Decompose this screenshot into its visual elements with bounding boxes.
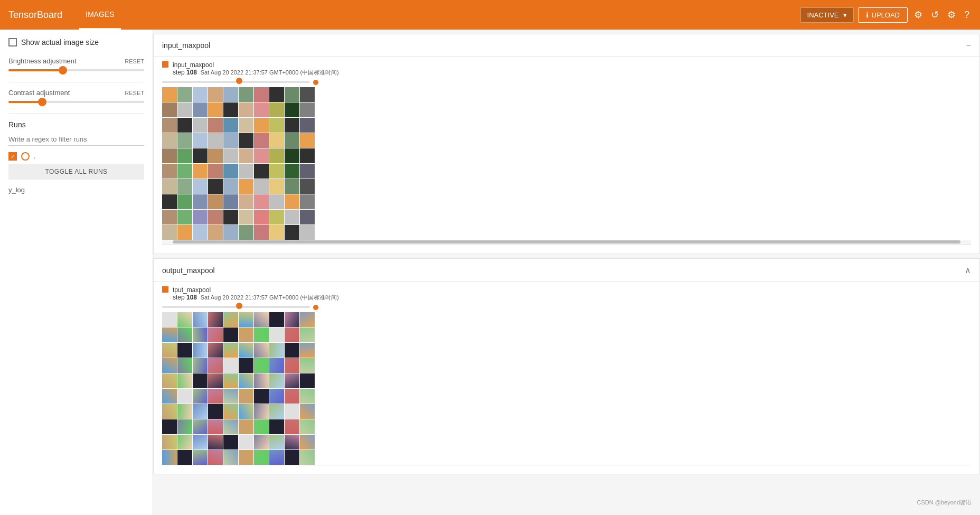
output-step-slider-track[interactable] [162, 306, 310, 308]
output-maxpool-collapse-button[interactable]: ∧ [965, 265, 971, 275]
output-grid-cell [300, 435, 315, 450]
brightness-slider-track[interactable] [8, 69, 144, 71]
grid-cell [300, 164, 315, 179]
grid-cell [193, 133, 208, 148]
grid-cell [239, 179, 253, 194]
grid-cell [193, 194, 208, 209]
grid-cell [285, 118, 299, 133]
output-grid-cell [239, 373, 253, 388]
grid-cell [239, 87, 253, 102]
step-slider-thumb[interactable] [236, 78, 242, 84]
status-dropdown[interactable]: INACTIVE ▾ [800, 7, 854, 23]
refresh-icon-button[interactable]: ↺ [929, 7, 941, 23]
run-circle[interactable] [21, 152, 30, 161]
settings-icon-button[interactable]: ⚙ [912, 7, 925, 23]
grid-cell [162, 225, 177, 240]
main-layout: Show actual image size Brightness adjust… [0, 30, 980, 515]
upload-label: UPLOAD [872, 11, 900, 19]
grid-cell [208, 102, 223, 117]
output-grid-cell [239, 312, 253, 327]
contrast-slider-track[interactable] [8, 101, 144, 103]
output-grid-cell [208, 373, 223, 388]
grid-cell [193, 164, 208, 179]
grid-cell [162, 148, 177, 163]
grid-cell [254, 148, 269, 163]
output-grid-cell [269, 404, 284, 419]
output-grid-cell [162, 373, 177, 388]
grid-cell [300, 87, 315, 102]
output-grid-cell [254, 312, 269, 327]
output-grid-cell [162, 404, 177, 419]
output-grid-cell [269, 312, 284, 327]
grid-cell [239, 118, 253, 133]
grid-cell [269, 164, 284, 179]
brightness-section: Brightness adjustment RESET [8, 57, 144, 71]
output-grid-cell [162, 435, 177, 450]
upload-button[interactable]: ℹ UPLOAD [858, 7, 908, 23]
output-grid-cell [208, 389, 223, 404]
contrast-reset-button[interactable]: RESET [125, 90, 144, 96]
step-slider-row [162, 79, 971, 85]
grid-cell [177, 164, 192, 179]
grid-cell [269, 118, 284, 133]
output-grid-cell [177, 373, 192, 388]
run-checkbox[interactable]: ✓ [8, 152, 17, 161]
output-grid-cell [208, 358, 223, 373]
nav-images[interactable]: IMAGES [79, 1, 120, 30]
grid-cell [239, 133, 253, 148]
grid-cell [239, 164, 253, 179]
regex-filter-input[interactable] [8, 133, 144, 146]
input-scrollbar-track[interactable] [162, 240, 971, 245]
config-icon-button[interactable]: ⚙ [945, 7, 958, 23]
output-grid-cell [208, 312, 223, 327]
grid-cell [239, 194, 253, 209]
grid-cell [162, 179, 177, 194]
red-square-indicator [162, 61, 168, 68]
grid-cell [162, 194, 177, 209]
output-grid-cell [269, 358, 284, 373]
output-step-slider-thumb[interactable] [236, 303, 242, 309]
output-grid-cell [269, 435, 284, 450]
grid-cell [254, 225, 269, 240]
grid-cell [300, 118, 315, 133]
grid-cell [285, 179, 299, 194]
grid-cell [269, 225, 284, 240]
grid-cell [208, 164, 223, 179]
brightness-reset-button[interactable]: RESET [125, 58, 144, 64]
output-grid-cell [193, 389, 208, 404]
output-grid-cell [193, 373, 208, 388]
output-grid-cell [162, 358, 177, 373]
output-red-square-indicator [162, 286, 168, 293]
grid-cell [208, 179, 223, 194]
grid-cell [223, 87, 238, 102]
grid-cell [177, 148, 192, 163]
brightness-slider-thumb[interactable] [59, 66, 67, 74]
grid-cell [193, 148, 208, 163]
contrast-slider-thumb[interactable] [38, 98, 46, 106]
grid-cell [223, 118, 238, 133]
grid-cell [208, 118, 223, 133]
grid-cell [254, 210, 269, 224]
grid-cell [208, 210, 223, 224]
panel-step-indicator [313, 80, 318, 85]
grid-cell [208, 87, 223, 102]
step-slider-track[interactable] [162, 81, 310, 83]
grid-cell [254, 164, 269, 179]
input-maxpool-header: input_maxpool − [154, 34, 979, 57]
grid-cell [254, 133, 269, 148]
output-grid-cell [223, 312, 238, 327]
grid-cell [223, 148, 238, 163]
chevron-down-icon: ▾ [843, 11, 847, 19]
grid-cell [208, 194, 223, 209]
grid-cell [300, 133, 315, 148]
input-maxpool-collapse-button[interactable]: − [966, 41, 971, 50]
info-icon: ℹ [866, 11, 869, 19]
grid-cell [254, 179, 269, 194]
grid-cell [239, 210, 253, 224]
help-icon-button[interactable]: ? [962, 7, 972, 23]
toggle-all-runs-button[interactable]: TOGGLE ALL RUNS [8, 164, 144, 180]
input-scrollbar-thumb [173, 240, 960, 244]
output-grid-cell [177, 450, 192, 465]
show-image-size-checkbox[interactable] [8, 38, 17, 46]
output-grid-cell [239, 327, 253, 342]
